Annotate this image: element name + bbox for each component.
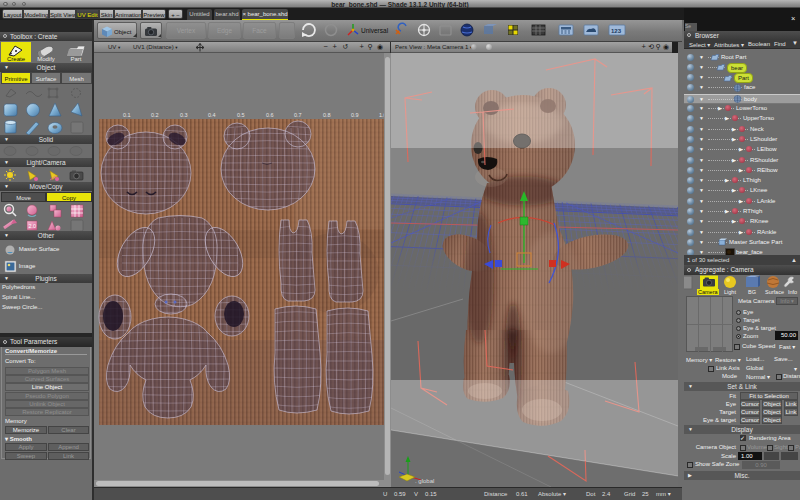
svg-text:2.0: 2.0 <box>29 223 37 229</box>
svg-text:0.5: 0.5 <box>237 112 245 118</box>
svg-text:0.7: 0.7 <box>294 112 302 118</box>
svg-text:0.8: 0.8 <box>323 112 331 118</box>
svg-text:0.1: 0.1 <box>123 112 131 118</box>
svg-text:123: 123 <box>611 28 622 34</box>
svg-text:Universal: Universal <box>361 27 389 34</box>
svg-text:0.3: 0.3 <box>180 112 188 118</box>
svg-text:0.4: 0.4 <box>208 112 216 118</box>
svg-text:0.6: 0.6 <box>266 112 274 118</box>
svg-text:Object: Object <box>114 29 132 35</box>
svg-text:0.9: 0.9 <box>351 112 359 118</box>
svg-text:0.2: 0.2 <box>151 112 159 118</box>
svg-text:. global: . global <box>415 478 434 484</box>
